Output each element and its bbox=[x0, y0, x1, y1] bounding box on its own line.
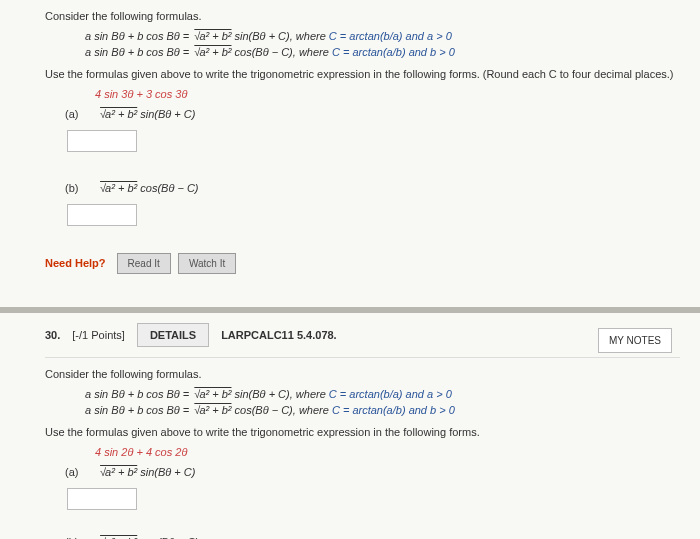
q1-formula-2: a sin Bθ + b cos Bθ = a² + b² cos(Bθ − C… bbox=[85, 46, 680, 58]
q1-part-b: (b) a² + b² cos(Bθ − C) bbox=[65, 182, 680, 194]
read-it-button[interactable]: Read It bbox=[117, 253, 171, 274]
q2-given-expression: 4 sin 2θ + 4 cos 2θ bbox=[95, 446, 680, 458]
q1-part-b-input[interactable] bbox=[67, 204, 137, 226]
points-label: [-/1 Points] bbox=[72, 329, 125, 341]
q1-prompt: Consider the following formulas. bbox=[45, 10, 680, 22]
q1-instruction: Use the formulas given above to write th… bbox=[45, 68, 680, 80]
q2-part-a: (a) a² + b² sin(Bθ + C) bbox=[65, 466, 680, 478]
q1-part-a: (a) a² + b² sin(Bθ + C) bbox=[65, 108, 680, 120]
q2-formula-2: a sin Bθ + b cos Bθ = a² + b² cos(Bθ − C… bbox=[85, 404, 680, 416]
q2-instruction: Use the formulas given above to write th… bbox=[45, 426, 680, 438]
q1-part-a-input[interactable] bbox=[67, 130, 137, 152]
watch-it-button[interactable]: Watch It bbox=[178, 253, 236, 274]
need-help-label: Need Help? bbox=[45, 257, 106, 269]
question-number: 30. bbox=[45, 329, 60, 341]
q2-part-a-input[interactable] bbox=[67, 488, 137, 510]
q2-prompt: Consider the following formulas. bbox=[45, 368, 680, 380]
source-label: LARPCALC11 5.4.078. bbox=[221, 329, 337, 341]
my-notes-button[interactable]: MY NOTES bbox=[598, 328, 672, 353]
q1-given-expression: 4 sin 3θ + 3 cos 3θ bbox=[95, 88, 680, 100]
help-row: Need Help? Read It Watch It bbox=[45, 253, 680, 274]
q1-formula-1: a sin Bθ + b cos Bθ = a² + b² sin(Bθ + C… bbox=[85, 30, 680, 42]
q2-formula-1: a sin Bθ + b cos Bθ = a² + b² sin(Bθ + C… bbox=[85, 388, 680, 400]
question-30-block: 30. [-/1 Points] DETAILS LARPCALC11 5.4.… bbox=[0, 313, 700, 539]
details-button[interactable]: DETAILS bbox=[137, 323, 209, 347]
question-29-block: Consider the following formulas. a sin B… bbox=[0, 0, 700, 313]
